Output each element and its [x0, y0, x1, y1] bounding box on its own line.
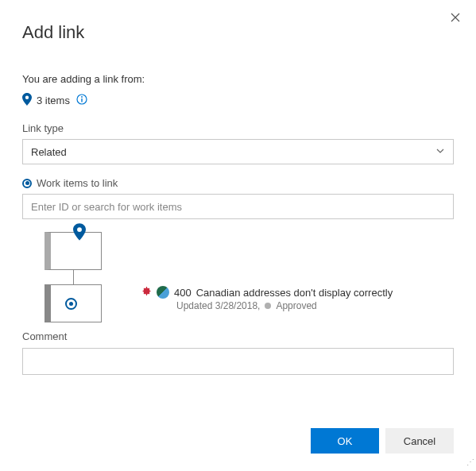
- link-type-label: Link type: [22, 122, 454, 134]
- linked-item-title: Canadian addresses don't display correct…: [196, 287, 393, 299]
- resize-grip[interactable]: ⋰: [465, 460, 474, 469]
- radio-icon: [22, 179, 32, 188]
- linked-item-state: Approved: [276, 300, 316, 311]
- cancel-button[interactable]: Cancel: [385, 428, 454, 454]
- info-icon[interactable]: [76, 94, 87, 107]
- comment-input[interactable]: [22, 348, 454, 375]
- linked-item-line1: 400 Canadian addresses don't display cor…: [141, 286, 393, 299]
- add-link-dialog: Add link You are adding a link from: 3 i…: [0, 0, 476, 471]
- items-count: 3 items: [37, 95, 70, 106]
- avatar: [157, 286, 169, 299]
- pin-icon: [73, 223, 86, 243]
- work-items-search-input[interactable]: [22, 194, 454, 219]
- comment-label: Comment: [22, 330, 454, 342]
- items-row: 3 items: [22, 93, 454, 108]
- link-type-select[interactable]: Related: [22, 139, 454, 164]
- source-card: [45, 232, 102, 270]
- linked-item-id: 400: [174, 287, 192, 299]
- linked-item-info: 400 Canadian addresses don't display cor…: [141, 286, 393, 311]
- linked-item-updated: Updated 3/28/2018,: [176, 300, 260, 311]
- target-card: [45, 284, 102, 322]
- ok-button[interactable]: OK: [311, 428, 379, 454]
- link-diagram: 400 Canadian addresses don't display cor…: [45, 230, 458, 319]
- close-button[interactable]: [447, 8, 463, 29]
- work-items-label-text: Work items to link: [37, 177, 118, 189]
- intro-text: You are adding a link from:: [22, 73, 454, 85]
- pin-icon: [22, 93, 32, 108]
- radio-icon: [65, 296, 77, 310]
- dialog-footer: OK Cancel: [311, 428, 454, 454]
- link-type-value: Related: [31, 146, 67, 158]
- dialog-title: Add link: [22, 22, 454, 43]
- state-dot-icon: [265, 303, 271, 309]
- linked-item-line2: Updated 3/28/2018, Approved: [176, 300, 393, 311]
- bug-icon: [141, 286, 152, 299]
- svg-rect-2: [81, 98, 82, 102]
- work-items-label: Work items to link: [22, 177, 454, 189]
- svg-point-1: [81, 96, 83, 98]
- connector-line: [73, 270, 74, 284]
- chevron-down-icon: [435, 146, 445, 158]
- close-icon: [451, 13, 460, 22]
